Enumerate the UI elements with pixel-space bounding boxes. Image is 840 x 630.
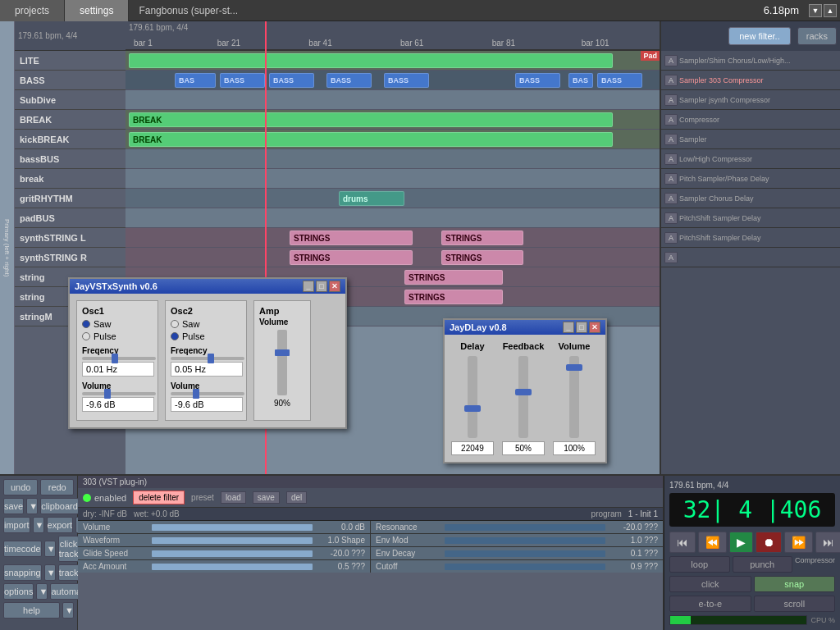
osc1-freq-input[interactable] — [82, 362, 154, 377]
osc2-freq-slider[interactable] — [171, 357, 244, 360]
snapping-btn[interactable]: snapping — [3, 564, 42, 581]
osc2-freq-input[interactable] — [171, 362, 243, 377]
delay-titlebar[interactable]: JayDLay v0.8 _ □ ✕ — [445, 320, 605, 335]
save-btn[interactable]: save — [3, 498, 24, 514]
track-label-padbus[interactable]: padBUS — [15, 208, 126, 228]
track-label-synthstringl[interactable]: synthSTRING L — [15, 228, 126, 248]
track-label-break[interactable]: BREAK — [15, 110, 126, 130]
racks-btn[interactable]: racks — [797, 27, 837, 45]
help-btn[interactable]: help — [3, 602, 60, 619]
osc1-pulse[interactable]: Pulse — [82, 331, 153, 341]
save-preset-btn[interactable]: save — [253, 491, 280, 504]
track-label-bassbus[interactable]: bassBUS — [15, 149, 126, 169]
mixer-a-1[interactable]: A — [664, 75, 678, 86]
clip-strings-3[interactable]: STRINGS — [404, 270, 503, 285]
vst303-enabled[interactable]: enabled — [83, 493, 126, 503]
osc2-vol-slider[interactable] — [171, 392, 244, 395]
param-volume[interactable]: Volume 0.0 dB — [78, 521, 370, 533]
osc2-saw[interactable]: Saw — [171, 319, 241, 329]
forward-btn[interactable]: ⏩ — [784, 532, 813, 553]
help-dropdown[interactable]: ▼ — [62, 602, 74, 619]
clipboard-btn[interactable]: clipboard — [40, 498, 79, 514]
play-btn[interactable]: ▶ — [729, 532, 753, 553]
punch-btn[interactable]: punch — [733, 556, 793, 573]
clip-bass8[interactable]: BASS — [597, 73, 642, 88]
clip-lite[interactable] — [129, 53, 613, 68]
new-filter-btn[interactable]: new filter.. — [728, 27, 791, 45]
track-row-break2[interactable] — [126, 169, 660, 189]
loop-btn[interactable]: loop — [669, 556, 730, 573]
osc1-saw[interactable]: Saw — [82, 319, 153, 329]
osc2-pulse[interactable]: Pulse — [171, 331, 241, 341]
track-label-bass[interactable]: BASS — [15, 71, 126, 90]
param-envdecay[interactable]: Env Decay 0.1 ??? — [371, 547, 663, 559]
mixer-a-3[interactable]: A — [664, 114, 678, 126]
track-row-synthstringl[interactable]: STRINGS STRINGS — [126, 228, 660, 248]
redo-btn[interactable]: redo — [40, 479, 74, 495]
clip-strings-l1[interactable]: STRINGS — [290, 231, 413, 245]
clip-bass2[interactable]: BASS — [220, 73, 265, 88]
delay-slider[interactable] — [468, 356, 477, 438]
del-preset-btn[interactable]: del — [286, 491, 307, 504]
osc2-vol-input[interactable] — [171, 397, 243, 412]
clip-bass5[interactable]: BASS — [384, 73, 429, 88]
feedback-slider[interactable] — [518, 356, 528, 438]
synth-minimize-btn[interactable]: _ — [303, 281, 314, 292]
tab-projects[interactable]: projects — [0, 0, 65, 21]
clip-strings-r1[interactable]: STRINGS — [290, 250, 413, 265]
track-row-bassbus[interactable] — [126, 149, 660, 169]
delay-maximize-btn[interactable]: □ — [576, 322, 587, 333]
record-btn[interactable]: ⏺ — [756, 532, 782, 553]
track-label-lite[interactable]: LITE — [15, 51, 126, 71]
etoe-btn[interactable]: e-to-e — [669, 596, 751, 612]
snapping-dropdown[interactable]: ▼ — [44, 564, 56, 581]
track-row-break[interactable]: BREAK — [126, 110, 660, 130]
mixer-a-2[interactable]: A — [664, 94, 678, 106]
tab-settings[interactable]: settings — [65, 0, 129, 21]
click-btn[interactable]: click — [669, 576, 751, 592]
clip-drums[interactable]: drums — [339, 191, 404, 206]
import-dropdown[interactable]: ▼ — [33, 517, 44, 533]
clip-strings-4[interactable]: STRINGS — [404, 290, 503, 304]
delete-filter-btn[interactable]: delete filter — [133, 491, 185, 504]
track-row-padbus[interactable] — [126, 208, 660, 228]
rewind-btn[interactable]: ⏮ — [669, 532, 696, 553]
track-row-kickbreak[interactable]: BREAK — [126, 130, 660, 149]
osc1-vol-input[interactable] — [82, 397, 154, 412]
clip-kickbreak[interactable]: BREAK — [129, 132, 613, 147]
osc1-vol-slider[interactable] — [82, 392, 156, 395]
clip-strings-r2[interactable]: STRINGS — [441, 250, 523, 265]
track-row-lite[interactable]: Pad — [126, 51, 660, 71]
synth-close-btn[interactable]: ✕ — [329, 281, 340, 292]
track-row-bass[interactable]: BAS BASS BASS BASS BASS BASS BAS BASS — [126, 71, 660, 90]
options-dropdown[interactable]: ▼ — [36, 583, 48, 600]
param-glidespeed[interactable]: Glide Speed -20.0 ??? — [78, 547, 370, 559]
mixer-a-10[interactable]: A — [664, 252, 678, 263]
end-btn[interactable]: ⏭ — [815, 532, 840, 553]
options-btn[interactable]: options — [3, 583, 34, 600]
timecode-dropdown[interactable]: ▼ — [44, 541, 56, 557]
save-dropdown[interactable]: ▼ — [26, 498, 38, 514]
track-row-gritrhythm[interactable]: drums — [126, 189, 660, 208]
click-track-btn[interactable]: click track — [58, 536, 80, 562]
clip-bass6[interactable]: BASS — [515, 73, 560, 88]
delay-minimize-btn[interactable]: _ — [563, 322, 574, 333]
param-cutoff[interactable]: Cutoff 0.9 ??? — [371, 560, 663, 573]
track-label-kickbreak[interactable]: kickBREAK — [15, 130, 126, 149]
mixer-a-5[interactable]: A — [664, 153, 678, 165]
mixer-a-8[interactable]: A — [664, 212, 678, 224]
track-label-break2[interactable]: break — [15, 169, 126, 189]
delay-close-btn[interactable]: ✕ — [589, 322, 600, 333]
mixer-a-7[interactable]: A — [664, 193, 678, 204]
track-row-subdive[interactable] — [126, 90, 660, 110]
param-resonance[interactable]: Resonance -20.0 ??? — [371, 521, 663, 533]
track-row-synthstringr[interactable]: STRINGS STRINGS — [126, 248, 660, 267]
mixer-a-0[interactable]: A — [664, 55, 678, 66]
track-label-subdive[interactable]: SubDive — [15, 90, 126, 110]
mixer-a-6[interactable]: A — [664, 173, 678, 185]
snap-btn[interactable]: snap — [754, 576, 836, 592]
export-btn[interactable]: export — [47, 517, 74, 533]
track-label-synthstringr[interactable]: synthSTRING R — [15, 248, 126, 267]
minimize-btn[interactable]: ▼ — [809, 4, 822, 17]
synth-titlebar[interactable]: JayVSTxSynth v0.6 _ □ ✕ — [70, 279, 345, 294]
